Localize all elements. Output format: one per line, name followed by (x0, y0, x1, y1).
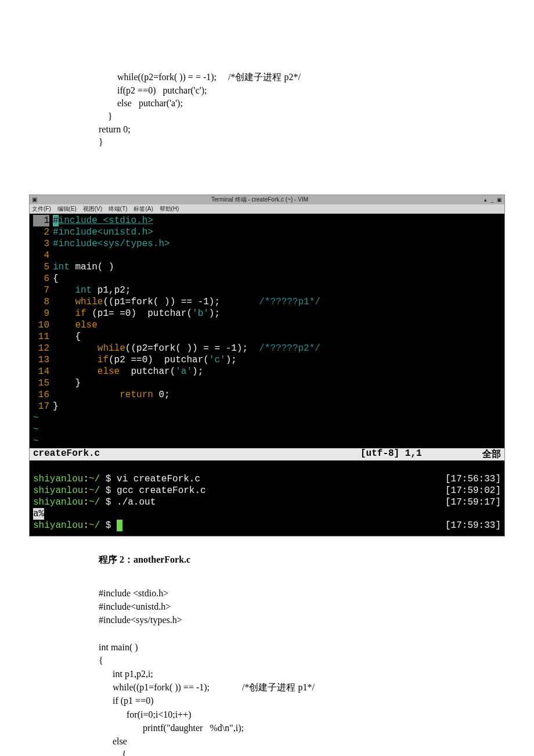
code-text: include <stdio.h> (59, 215, 153, 226)
maximize-icon[interactable]: _ (489, 197, 495, 203)
vim-position: [utf-8] 1,1 (360, 448, 482, 460)
shell-time: [17:59:17] (443, 496, 501, 508)
code-line: { (99, 656, 103, 665)
code-line: #include<unistd.h> (99, 602, 171, 611)
code-text: putchar( (120, 366, 175, 377)
code-text: if (98, 354, 109, 366)
code-comment: /*?????p1*/ (259, 296, 320, 308)
code-line: if(p2 ==0) putchar('c'); (99, 85, 207, 95)
line-number: 3 (33, 238, 49, 250)
shell-host: shiyanlou (33, 474, 83, 484)
shell-output: a% (33, 508, 44, 520)
vim-tilde: ~ (33, 435, 39, 447)
line-number: 12 (33, 343, 49, 354)
line-number: 4 (33, 250, 49, 261)
vim-status-bar: createFork.c [utf-8] 1,1 全部 (30, 448, 504, 460)
code-text: p1,p2; (92, 285, 131, 296)
line-number: 2 (33, 226, 49, 238)
code-line: } (99, 111, 113, 121)
code-text: ((p1=fork( )) == -1); (103, 296, 259, 308)
vim-all: 全部 (482, 448, 501, 460)
code-comment: /*?????p2*/ (259, 343, 320, 354)
document-page: while((p2=fork( )) = = -1); /*创建子进程 p2*/… (0, 0, 534, 184)
code-line: else putchar('a'); (99, 98, 183, 108)
code-line: return 0; (99, 124, 131, 134)
code-text: (p1= =0) putchar( (86, 308, 192, 319)
line-number: 16 (33, 389, 49, 401)
code-line: { (99, 750, 127, 756)
code-text: { (75, 331, 81, 343)
shell-output-row: a% (33, 508, 501, 520)
shell-area[interactable]: shiyanlou:~/ $ vi createFork.c [17:56:33… (30, 460, 504, 536)
code-line: #include <stdio.h> (99, 588, 168, 598)
vim-cursor: # (53, 215, 59, 226)
code-text: 0; (153, 389, 170, 401)
shell-cmd: vi createFork.c (117, 474, 200, 484)
code-text: } (75, 377, 81, 389)
top-code-snippet: while((p2=fork( )) = = -1); /*创建子进程 p2*/… (99, 0, 505, 149)
shell-prompt-row: shiyanlou:~/ $ [17:59:33] (33, 520, 501, 531)
code-text: ); (192, 366, 203, 377)
code-text: return (120, 389, 153, 401)
code-line: printf("daughter %d\n",i); (99, 723, 244, 733)
line-number: 14 (33, 366, 49, 377)
code-text: ); (209, 308, 220, 319)
code-text: (p2 ==0) putchar( (109, 354, 209, 366)
code-line: int main( ) (99, 642, 138, 652)
code-line: while((p2=fork( )) = = -1); /*创建子进程 p2*/ (99, 72, 301, 82)
code-text: ); (226, 354, 237, 366)
bottom-code-snippet: #include <stdio.h> #include<unistd.h> #i… (99, 573, 505, 756)
terminal-title: Terminal 终端 - createFork.c (~) - VIM (37, 196, 482, 204)
menu-tabs[interactable]: 标签(A) (134, 206, 153, 212)
code-text: #include<unistd.h> (53, 226, 153, 238)
terminal-menubar: 文件(F) 编辑(E) 视图(V) 终端(T) 标签(A) 帮助(H) (30, 204, 504, 214)
shell-row: shiyanlou:~/ $ gcc createFork.c [17:59:0… (33, 485, 501, 496)
code-text: main( ) (70, 261, 114, 273)
shell-row: shiyanlou:~/ $ vi createFork.c [17:56:33… (33, 473, 501, 485)
menu-edit[interactable]: 编辑(E) (57, 206, 77, 212)
shell-cmd: gcc createFork.c (117, 485, 206, 496)
code-text: while (98, 343, 125, 354)
terminal-window: ▣ Terminal 终端 - createFork.c (~) - VIM ▴… (29, 195, 505, 537)
code-string: 'a' (175, 366, 192, 377)
line-number: 13 (33, 354, 49, 366)
line-number: 11 (33, 331, 49, 343)
shell-time: [17:59:33] (443, 520, 501, 531)
shell-cursor (117, 520, 122, 531)
menu-terminal[interactable]: 终端(T) (109, 206, 128, 212)
vim-tilde: ~ (33, 412, 39, 424)
menu-file[interactable]: 文件(F) (32, 206, 51, 212)
section-heading: 程序 2：anotherFork.c (99, 554, 505, 566)
code-text: while (75, 296, 103, 308)
code-line: int p1,p2,i; (99, 669, 153, 679)
shell-row: shiyanlou:~/ $ ./a.out [17:59:17] (33, 496, 501, 508)
terminal-app-icon: ▣ (32, 196, 37, 203)
line-number: 7 (33, 285, 49, 296)
minimize-icon[interactable]: ▴ (482, 197, 488, 203)
menu-help[interactable]: 帮助(H) (160, 206, 179, 212)
code-line: for(i=0;i<10;i++) (99, 710, 192, 719)
window-buttons: ▴ _ ▣ (482, 197, 502, 203)
menu-view[interactable]: 视图(V) (83, 206, 102, 212)
shell-cmd: ./a.out (117, 497, 156, 507)
code-string: 'c' (209, 354, 226, 366)
vim-editor[interactable]: 1#include <stdio.h> 2#include<unistd.h> … (30, 214, 504, 448)
document-page-lower: 程序 2：anotherFork.c #include <stdio.h> #i… (0, 554, 534, 756)
code-text: int (53, 261, 70, 273)
shell-time: [17:59:02] (443, 485, 501, 496)
line-number: 5 (33, 261, 49, 273)
code-text: else (75, 319, 97, 331)
code-text: ((p2=fork( )) = = -1); (125, 343, 259, 354)
line-number: 15 (33, 377, 49, 389)
vim-filename: createFork.c (33, 448, 360, 460)
line-number: 17 (33, 401, 49, 412)
code-line: #include<sys/types.h> (99, 615, 182, 625)
line-number: 8 (33, 296, 49, 308)
shell-path: ~/ (89, 474, 100, 484)
terminal-titlebar: ▣ Terminal 终端 - createFork.c (~) - VIM ▴… (30, 195, 504, 204)
code-string: 'b' (192, 308, 209, 319)
close-icon[interactable]: ▣ (496, 197, 502, 203)
shell-time: [17:56:33] (443, 473, 501, 485)
code-line: while((p1=fork( )) == -1); /*创建子进程 p1*/ (99, 682, 315, 692)
code-text: } (53, 401, 59, 412)
